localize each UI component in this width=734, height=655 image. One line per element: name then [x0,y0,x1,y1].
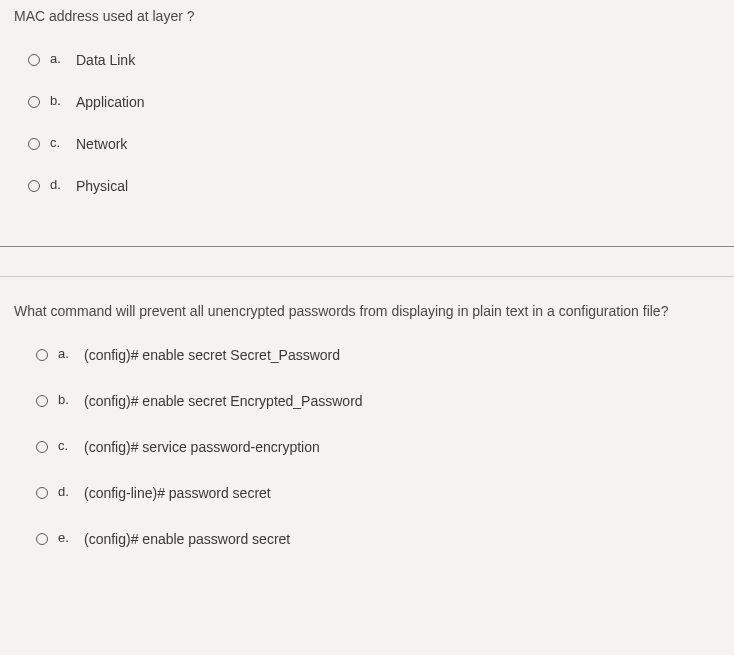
radio-icon[interactable] [36,533,48,545]
option-text: Physical [76,178,128,194]
option-letter: c. [58,438,72,453]
option-row[interactable]: e. (config)# enable password secret [36,531,720,547]
radio-icon[interactable] [36,441,48,453]
option-text: (config)# enable secret Secret_Password [84,347,340,363]
option-letter: b. [58,392,72,407]
question-2-options: a. (config)# enable secret Secret_Passwo… [14,347,720,547]
option-letter: a. [58,346,72,361]
option-row[interactable]: a. Data Link [28,52,720,68]
option-letter: d. [58,484,72,499]
radio-icon[interactable] [28,138,40,150]
option-text: (config)# enable secret Encrypted_Passwo… [84,393,363,409]
section-gap [0,247,734,277]
option-row[interactable]: b. (config)# enable secret Encrypted_Pas… [36,393,720,409]
radio-icon[interactable] [28,96,40,108]
question-1-options: a. Data Link b. Application c. Network d… [14,52,720,194]
question-1-text: MAC address used at layer ? [14,8,720,24]
option-letter: e. [58,530,72,545]
radio-icon[interactable] [28,54,40,66]
option-text: (config-line)# password secret [84,485,271,501]
option-letter: a. [50,51,64,66]
radio-icon[interactable] [28,180,40,192]
radio-icon[interactable] [36,487,48,499]
option-text: (config)# service password-encryption [84,439,320,455]
option-row[interactable]: d. Physical [28,178,720,194]
option-letter: c. [50,135,64,150]
radio-icon[interactable] [36,395,48,407]
option-letter: b. [50,93,64,108]
option-text: Data Link [76,52,135,68]
option-row[interactable]: a. (config)# enable secret Secret_Passwo… [36,347,720,363]
option-text: Network [76,136,127,152]
question-1: MAC address used at layer ? a. Data Link… [0,0,734,240]
option-row[interactable]: b. Application [28,94,720,110]
option-text: Application [76,94,145,110]
question-2: What command will prevent all unencrypte… [0,277,734,567]
radio-icon[interactable] [36,349,48,361]
option-row[interactable]: c. (config)# service password-encryption [36,439,720,455]
option-row[interactable]: d. (config-line)# password secret [36,485,720,501]
option-row[interactable]: c. Network [28,136,720,152]
option-letter: d. [50,177,64,192]
option-text: (config)# enable password secret [84,531,290,547]
question-2-text: What command will prevent all unencrypte… [14,303,720,319]
